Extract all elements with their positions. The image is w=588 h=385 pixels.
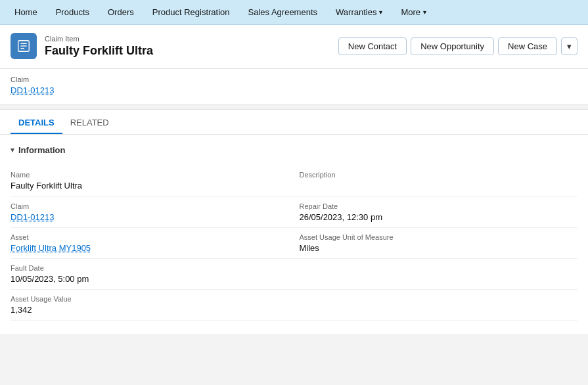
tab-details[interactable]: DETAILS xyxy=(11,118,62,134)
asset-field: Asset Forklift Ultra MY1905 ✏ xyxy=(11,228,294,259)
asset-field-value[interactable]: Forklift Ultra MY1905 xyxy=(11,243,279,253)
asset-uom-value: Miles xyxy=(300,243,578,253)
nav-sales-agreements[interactable]: Sales Agreements xyxy=(239,0,327,25)
nav-warranties[interactable]: Warranties ▾ xyxy=(327,0,392,25)
claim-field-label: Claim xyxy=(11,76,577,83)
description-field: Description ✏ xyxy=(294,166,578,197)
fault-date-field: Fault Date 10/05/2023, 5:00 pm ✏ xyxy=(11,259,294,290)
claim-field: Claim DD1-01213 ✏ xyxy=(11,197,294,228)
tabs-bar: DETAILS RELATED xyxy=(0,110,588,135)
fault-date-label: Fault Date xyxy=(11,264,279,272)
actions-dropdown-button[interactable]: ▾ xyxy=(561,37,577,55)
nav-more[interactable]: More ▾ xyxy=(392,0,436,25)
repair-date-field: Repair Date 26/05/2023, 12:30 pm ✏ xyxy=(294,197,578,228)
description-field-label: Description xyxy=(300,171,578,179)
nav-orders[interactable]: Orders xyxy=(99,0,143,25)
claim-item-icon xyxy=(16,39,31,53)
claim-field-label2: Claim xyxy=(11,202,279,210)
header-identity: Claim Item Faulty Forklift Ultra xyxy=(11,33,153,59)
header-action-buttons: New Contact New Opportunity New Case ▾ xyxy=(338,37,577,55)
name-field-value: Faulty Forklift Ultra xyxy=(11,181,279,191)
claim-link[interactable]: DD1-01213 xyxy=(11,85,577,95)
nav-home[interactable]: Home xyxy=(5,0,47,25)
nav-products[interactable]: Products xyxy=(47,0,99,25)
asset-uom-label: Asset Usage Unit of Measure xyxy=(300,233,578,241)
record-title: Faulty Forklift Ultra xyxy=(45,44,153,58)
fault-date-value: 10/05/2023, 5:00 pm xyxy=(11,274,279,284)
empty-field xyxy=(294,259,578,290)
record-labels: Claim Item Faulty Forklift Ultra xyxy=(45,35,153,58)
information-title: Information xyxy=(18,145,66,155)
new-opportunity-button[interactable]: New Opportunity xyxy=(411,37,494,55)
section-divider xyxy=(0,104,588,110)
nav-product-registration[interactable]: Product Registration xyxy=(143,0,239,25)
record-type-icon xyxy=(11,33,37,59)
record-type-label: Claim Item xyxy=(45,35,153,43)
new-contact-button[interactable]: New Contact xyxy=(338,37,407,55)
asset-uom-field: Asset Usage Unit of Measure Miles ✏ xyxy=(294,228,578,259)
empty-field-2 xyxy=(294,290,578,321)
repair-date-value: 26/05/2023, 12:30 pm xyxy=(300,212,578,222)
description-field-value xyxy=(300,181,578,191)
claim-section: Claim DD1-01213 xyxy=(0,69,588,104)
asset-usage-value: 1,342 xyxy=(11,305,279,315)
more-chevron-icon: ▾ xyxy=(423,9,426,16)
asset-usage-field: Asset Usage Value 1,342 ✏ xyxy=(11,290,294,321)
information-collapse-icon[interactable]: ▾ xyxy=(11,146,14,154)
details-content: ▾ Information Name Faulty Forklift Ultra… xyxy=(0,135,588,334)
information-fields: Name Faulty Forklift Ultra ✏ Description… xyxy=(11,166,577,321)
asset-usage-label: Asset Usage Value xyxy=(11,295,279,303)
record-header: Claim Item Faulty Forklift Ultra New Con… xyxy=(0,25,588,69)
information-section-header: ▾ Information xyxy=(11,145,577,155)
claim-field-value[interactable]: DD1-01213 xyxy=(11,212,279,222)
warranties-chevron-icon: ▾ xyxy=(379,9,382,16)
repair-date-label: Repair Date xyxy=(300,202,578,210)
name-field: Name Faulty Forklift Ultra ✏ xyxy=(11,166,294,197)
name-field-label: Name xyxy=(11,171,279,179)
asset-field-label: Asset xyxy=(11,233,279,241)
tab-related[interactable]: RELATED xyxy=(62,118,117,134)
new-case-button[interactable]: New Case xyxy=(498,37,557,55)
top-navigation: Home Products Orders Product Registratio… xyxy=(0,0,588,25)
